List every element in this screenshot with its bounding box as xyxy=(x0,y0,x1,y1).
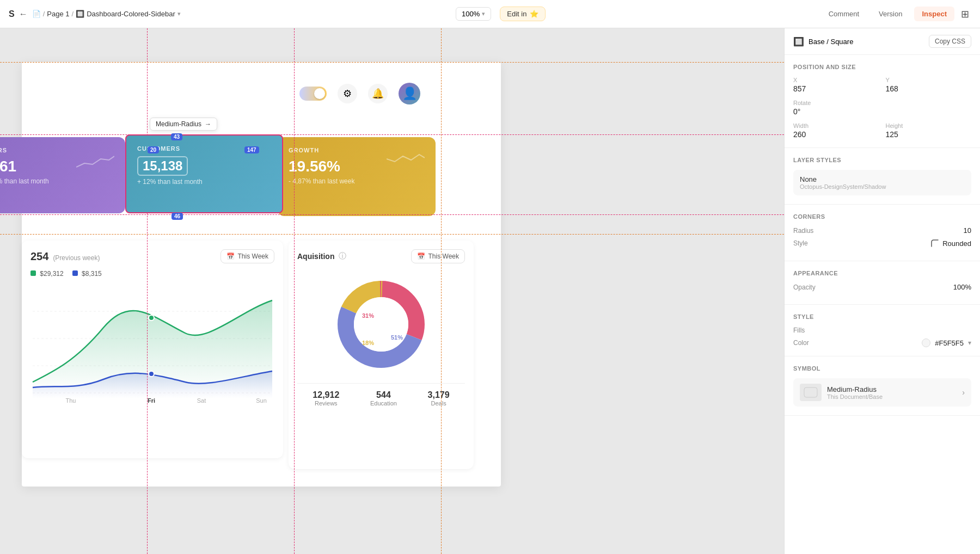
breadcrumb: 📄 / Page 1 / 🔲 Dashboard-Colored-Sidebar… xyxy=(32,10,181,18)
breadcrumb-page[interactable]: Page 1 xyxy=(47,10,69,18)
stat-reviews: 12,912 Reviews xyxy=(313,390,339,407)
copy-css-button[interactable]: Copy CSS xyxy=(929,35,971,48)
medium-radius-label: Medium-Radius xyxy=(156,120,201,128)
medium-radius-arrow: → xyxy=(205,120,211,128)
top-bar-left: S ← 📄 / Page 1 / 🔲 Dashboard-Colored-Sid… xyxy=(9,9,181,19)
field-height: Height 125 xyxy=(886,122,972,139)
color-swatch[interactable] xyxy=(922,338,930,347)
corners-section: CORNERS Radius 10 Style Rounded xyxy=(785,205,980,261)
symbol-preview-svg xyxy=(803,386,818,398)
edit-emoji: ⭐ xyxy=(530,10,538,18)
symbol-box[interactable]: Medium-Radius This Document/Base › xyxy=(793,378,971,407)
acquisition-title: Aquisition xyxy=(297,252,334,261)
badge-43: 43 xyxy=(171,133,182,140)
svg-text:Sat: Sat xyxy=(197,397,206,404)
left-this-week-btn[interactable]: 📅 This Week xyxy=(220,249,274,263)
fills-row: Fills xyxy=(793,327,971,334)
svg-point-4 xyxy=(149,315,154,321)
component-name-label: Base / Square xyxy=(808,38,853,46)
svg-rect-17 xyxy=(804,387,817,397)
tab-version[interactable]: Version xyxy=(871,7,910,21)
color-hex: #F5F5F5 xyxy=(935,339,964,347)
stat-deals: 3,179 Deals xyxy=(428,390,450,407)
left-chart-card: 254 (Previous week) 📅 This Week $29,312 xyxy=(22,241,283,458)
info-icon[interactable]: ⓘ xyxy=(339,251,346,261)
legend-item-2: $8,315 xyxy=(72,270,102,278)
badge-46: 46 xyxy=(171,213,183,220)
style-value-row: Rounded xyxy=(930,239,971,248)
symbol-section: SYMBOL Medium-Radius This Document/Base … xyxy=(785,356,980,416)
medium-radius-tag: Medium-Radius → xyxy=(150,118,217,131)
top-bar-center: 100% ▾ Edit in ⭐ xyxy=(456,7,546,21)
badge-20: 20 xyxy=(148,146,159,153)
zoom-chevron: ▾ xyxy=(482,10,485,17)
tab-comment[interactable]: Comment xyxy=(821,7,867,21)
reviews-value: 12,912 xyxy=(313,390,339,400)
donut-wrapper: 31% 51% 18% xyxy=(297,270,465,379)
position-size-section: POSITION AND SIZE X 857 Y 168 Rotate 0° … xyxy=(785,55,980,148)
chart-num: 254 xyxy=(30,250,48,263)
appearance-title: APPEARANCE xyxy=(793,270,971,276)
orders-sub: + 3,21% than last month xyxy=(0,177,114,185)
symbol-name: Medium-Radius xyxy=(827,385,962,393)
prev-week: (Previous week) xyxy=(53,254,100,262)
left-chart-stats: 254 (Previous week) xyxy=(30,250,100,263)
field-y: Y 168 xyxy=(886,77,972,93)
main-area: ⚙ 🔔 👤 ORDERS 5,661 + 3,21% than last mon… xyxy=(0,28,980,554)
opacity-value: 100% xyxy=(953,283,971,291)
style-section: STYLE Fills Color #F5F5F5 ▾ xyxy=(785,305,980,356)
top-bar: S ← 📄 / Page 1 / 🔲 Dashboard-Colored-Sid… xyxy=(0,0,980,28)
height-label: Height xyxy=(886,122,972,129)
donut-svg: 31% 51% 18% xyxy=(332,275,430,373)
height-value: 125 xyxy=(886,130,972,139)
education-label: Education xyxy=(370,400,397,407)
badge-147: 147 xyxy=(244,146,259,153)
settings-icon[interactable]: ⚙ xyxy=(338,84,357,103)
color-chevron[interactable]: ▾ xyxy=(968,339,971,347)
symbol-chevron[interactable]: › xyxy=(962,388,965,397)
layer-styles-title: LAYER STYLES xyxy=(793,157,971,163)
svg-text:Sun: Sun xyxy=(256,397,267,404)
legend-value-2: $8,315 xyxy=(82,270,102,278)
breadcrumb-component[interactable]: Dashboard-Colored-Sidebar xyxy=(87,10,175,18)
panel-component-name: 🔲 Base / Square xyxy=(793,36,853,47)
notification-icon[interactable]: 🔔 xyxy=(368,84,388,103)
line-chart-svg: Thu Fri Sat Sun xyxy=(30,284,274,404)
right-chart-header: Aquisition ⓘ 📅 This Week xyxy=(297,249,465,263)
edit-button[interactable]: Edit in ⭐ xyxy=(500,7,546,21)
deals-value: 3,179 xyxy=(428,390,450,400)
back-button[interactable]: ← xyxy=(19,9,28,19)
layer-style-box: None Octopus-DesignSystem/Shadow xyxy=(793,170,971,195)
legend-dot-2 xyxy=(72,270,78,276)
theme-toggle[interactable] xyxy=(299,87,327,101)
rounded-icon xyxy=(930,239,939,248)
this-week-label-right: This Week xyxy=(428,253,459,260)
color-swatch-row: #F5F5F5 ▾ xyxy=(922,338,971,347)
color-row: Color #F5F5F5 ▾ xyxy=(793,338,971,347)
fills-label: Fills xyxy=(793,327,805,334)
logo: S xyxy=(9,9,15,19)
symbol-info: Medium-Radius This Document/Base xyxy=(827,385,962,400)
symbol-path: This Document/Base xyxy=(827,393,962,400)
right-this-week-btn[interactable]: 📅 This Week xyxy=(411,249,465,263)
svg-text:18%: 18% xyxy=(362,340,374,346)
appearance-section: APPEARANCE Opacity 100% xyxy=(785,261,980,305)
field-rotate: Rotate 0° xyxy=(793,100,879,116)
style-row: Style Rounded xyxy=(793,239,971,248)
orders-card: ORDERS 5,661 + 3,21% than last month xyxy=(0,137,125,213)
avatar[interactable]: 👤 xyxy=(399,83,420,104)
legend-dot-1 xyxy=(30,270,36,276)
svg-point-5 xyxy=(149,371,154,377)
position-size-title: POSITION AND SIZE xyxy=(793,64,971,70)
edit-label: Edit in xyxy=(507,10,526,18)
calendar-icon: 📅 xyxy=(226,253,235,260)
field-width: Width 260 xyxy=(793,122,879,139)
style-title: STYLE xyxy=(793,313,971,320)
panel-toggle-button[interactable]: ⊞ xyxy=(959,6,971,22)
canvas-area[interactable]: ⚙ 🔔 👤 ORDERS 5,661 + 3,21% than last mon… xyxy=(0,28,784,554)
calendar-icon-right: 📅 xyxy=(417,253,425,260)
zoom-control[interactable]: 100% ▾ xyxy=(456,7,491,21)
tab-inspect[interactable]: Inspect xyxy=(914,7,954,21)
style-label: Style xyxy=(793,239,808,247)
radius-value: 10 xyxy=(964,226,971,235)
